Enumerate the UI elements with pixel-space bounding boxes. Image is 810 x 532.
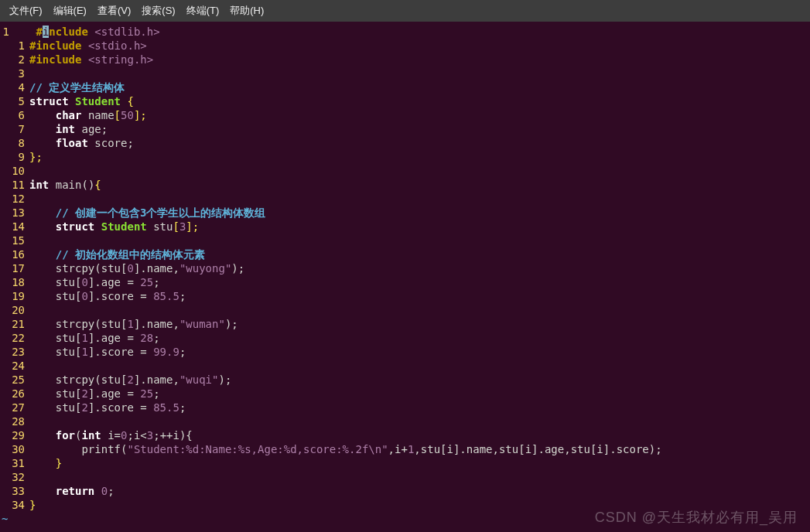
line-number: 1 (0, 25, 11, 39)
menu-search[interactable]: 搜索(S) (137, 2, 179, 19)
rel-line-number (11, 25, 29, 39)
menu-view[interactable]: 查看(V) (93, 2, 135, 19)
end-of-buffer: ~ (0, 512, 8, 526)
code-editor[interactable]: 1 #include <stdlib.h> 1#include <stdio.h… (0, 22, 810, 526)
menu-file[interactable]: 文件(F) (5, 2, 47, 19)
menubar: 文件(F) 编辑(E) 查看(V) 搜索(S) 终端(T) 帮助(H) (0, 0, 810, 22)
menu-help[interactable]: 帮助(H) (225, 2, 268, 19)
menu-terminal[interactable]: 终端(T) (182, 2, 224, 19)
menu-edit[interactable]: 编辑(E) (49, 2, 91, 19)
code-line: #include <stdlib.h> (29, 25, 810, 39)
